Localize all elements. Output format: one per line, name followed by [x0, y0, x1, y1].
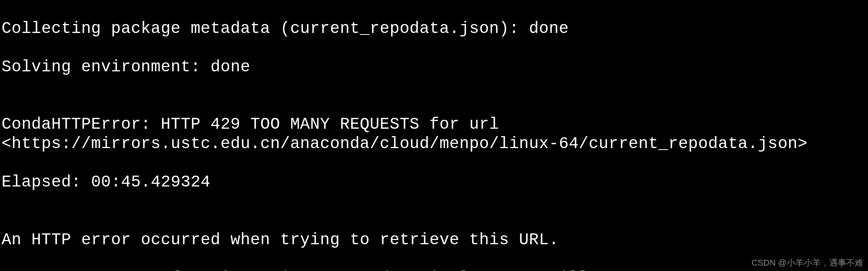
watermark-text: CSDN @小羊小羊，遇事不难 [751, 258, 863, 268]
terminal-output: Collecting package metadata (current_rep… [0, 0, 868, 271]
output-line: An HTTP error occurred when trying to re… [2, 231, 868, 250]
output-line: Elapsed: 00:45.429324 [2, 173, 868, 192]
output-line: CondaHTTPError: HTTP 429 TOO MANY REQUES… [2, 115, 868, 154]
output-line: Solving environment: done [2, 58, 868, 77]
output-line: Collecting package metadata (current_rep… [2, 19, 868, 39]
output-line: HTTP errors are often intermittent, and … [2, 269, 868, 271]
